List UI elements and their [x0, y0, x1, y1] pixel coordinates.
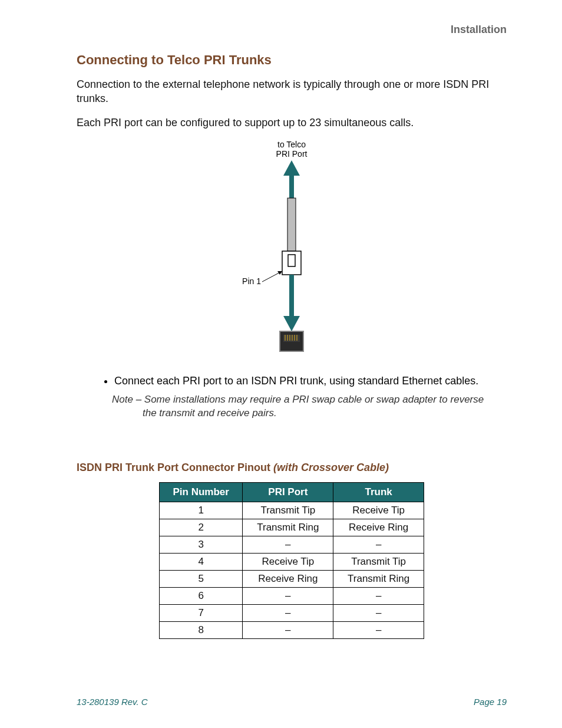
table-row: 7 – – [160, 604, 424, 621]
bullet-list: Connect each PRI port to an ISDN PRI tru… [77, 375, 507, 387]
cell-pri: – [243, 604, 333, 621]
page-footer: 13-280139 Rev. C Page 19 [77, 697, 507, 707]
cell-pin: 7 [160, 604, 243, 621]
pri-cable-svg: to Telco PRI Port Pin 1 [227, 139, 356, 357]
table-row: 2 Transmit Ring Receive Ring [160, 519, 424, 536]
cell-pin: 4 [160, 553, 243, 570]
table-row: 6 – – [160, 587, 424, 604]
table-header-row: Pin Number PRI Port Trunk [160, 482, 424, 502]
th-trunk: Trunk [333, 482, 424, 502]
svg-rect-10 [283, 335, 300, 342]
bullet-item: Connect each PRI port to an ISDN PRI tru… [114, 375, 507, 387]
cell-trunk: Transmit Ring [333, 570, 424, 587]
diagram-pin1-label: Pin 1 [242, 276, 261, 286]
cell-trunk: Receive Tip [333, 502, 424, 519]
subheading-italic: (with Crossover Cable) [273, 462, 389, 473]
pinout-table: Pin Number PRI Port Trunk 1 Transmit Tip… [159, 482, 424, 639]
cell-trunk: – [333, 621, 424, 638]
paragraph-1: Connection to the external telephone net… [77, 77, 507, 106]
diagram-label-top2: PRI Port [276, 149, 308, 159]
cell-pin: 2 [160, 519, 243, 536]
footer-docid: 13-280139 Rev. C [77, 697, 148, 707]
cell-pin: 6 [160, 587, 243, 604]
cell-trunk: – [333, 604, 424, 621]
th-pri: PRI Port [243, 482, 333, 502]
footer-pagenum: Page 19 [474, 697, 507, 707]
svg-rect-4 [288, 255, 295, 266]
cell-trunk: Transmit Tip [333, 553, 424, 570]
subheading-pinout: ISDN PRI Trunk Port Connector Pinout (wi… [77, 462, 507, 474]
cell-pri: – [243, 536, 333, 553]
diagram-pri-cable: to Telco PRI Port Pin 1 [77, 139, 507, 357]
svg-marker-8 [283, 316, 300, 331]
table-row: 3 – – [160, 536, 424, 553]
cell-pri: Receive Tip [243, 553, 333, 570]
table-row: 5 Receive Ring Transmit Ring [160, 570, 424, 587]
cell-pri: – [243, 621, 333, 638]
page-header-section: Installation [77, 24, 507, 36]
svg-marker-1 [283, 160, 300, 176]
cell-pri: Transmit Ring [243, 519, 333, 536]
cell-pri: Receive Ring [243, 570, 333, 587]
cell-trunk: – [333, 587, 424, 604]
page-content: Installation Connecting to Telco PRI Tru… [77, 24, 507, 639]
table-row: 4 Receive Tip Transmit Tip [160, 553, 424, 570]
cell-trunk: – [333, 536, 424, 553]
cell-trunk: Receive Ring [333, 519, 424, 536]
cell-pin: 5 [160, 570, 243, 587]
diagram-label-top1: to Telco [277, 140, 306, 149]
svg-rect-2 [287, 198, 296, 251]
cell-pin: 3 [160, 536, 243, 553]
cell-pri: – [243, 587, 333, 604]
pinout-table-wrap: Pin Number PRI Port Trunk 1 Transmit Tip… [77, 482, 507, 639]
th-pin: Pin Number [160, 482, 243, 502]
paragraph-2: Each PRI port can be configured to suppo… [77, 116, 507, 130]
cell-pin: 8 [160, 621, 243, 638]
cell-pin: 1 [160, 502, 243, 519]
table-row: 1 Transmit Tip Receive Tip [160, 502, 424, 519]
svg-marker-6 [277, 271, 282, 275]
note-text: Note – Some installations may require a … [112, 393, 489, 420]
section-title: Connecting to Telco PRI Trunks [77, 52, 507, 68]
subheading-plain: ISDN PRI Trunk Port Connector Pinout [77, 462, 273, 473]
table-row: 8 – – [160, 621, 424, 638]
cell-pri: Transmit Tip [243, 502, 333, 519]
